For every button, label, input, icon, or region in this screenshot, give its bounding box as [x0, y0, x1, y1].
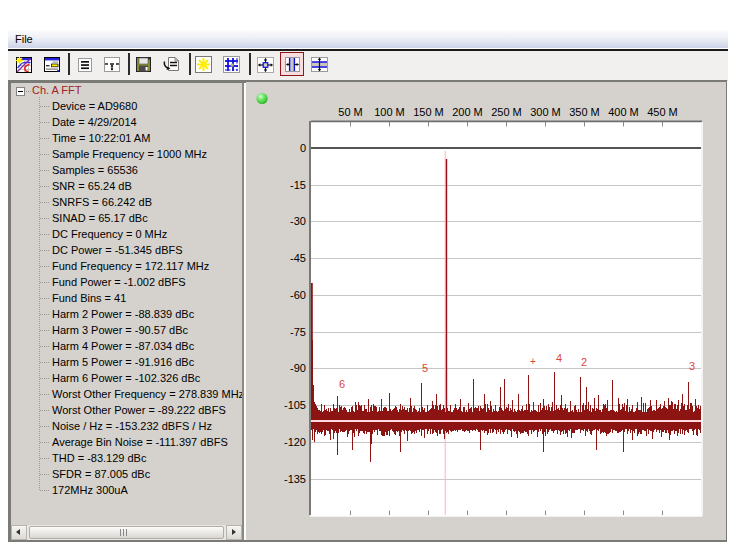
svg-text:400 M: 400 M — [608, 106, 639, 118]
svg-text:0: 0 — [300, 142, 306, 154]
svg-text:-120: -120 — [284, 436, 306, 448]
svg-text:-45: -45 — [290, 252, 306, 264]
svg-text:100 M: 100 M — [374, 106, 405, 118]
svg-text:5: 5 — [422, 362, 428, 374]
svg-text:2: 2 — [581, 356, 587, 368]
svg-text:50 M: 50 M — [338, 106, 362, 118]
svg-text:4: 4 — [556, 352, 562, 364]
svg-text:3: 3 — [689, 360, 695, 372]
svg-text:200 M: 200 M — [452, 106, 483, 118]
svg-text:-60: -60 — [290, 289, 306, 301]
svg-text:450 M: 450 M — [647, 106, 678, 118]
svg-text:150 M: 150 M — [413, 106, 444, 118]
svg-text:+: + — [530, 356, 536, 367]
svg-text:6: 6 — [339, 378, 345, 390]
svg-text:-75: -75 — [290, 326, 306, 338]
svg-text:-90: -90 — [290, 362, 306, 374]
svg-text:-105: -105 — [284, 399, 306, 411]
svg-text:350 M: 350 M — [569, 106, 600, 118]
svg-text:250 M: 250 M — [491, 106, 522, 118]
svg-text:-30: -30 — [290, 215, 306, 227]
svg-text:-15: -15 — [290, 179, 306, 191]
svg-text:-135: -135 — [284, 473, 306, 485]
svg-text:300 M: 300 M — [530, 106, 561, 118]
